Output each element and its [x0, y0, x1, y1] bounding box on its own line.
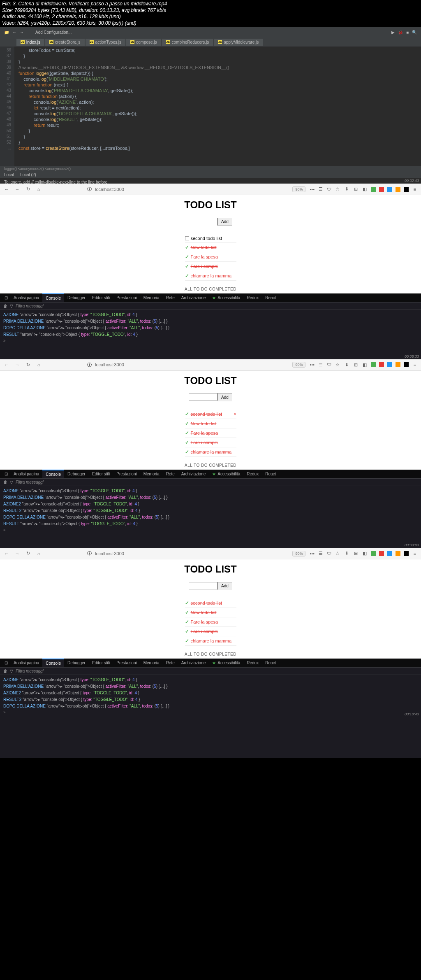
ext-orange-icon[interactable] — [396, 187, 400, 192]
devtools-tab-editor-stili[interactable]: Editor stili — [89, 659, 113, 667]
tab-createstore[interactable]: JScreateStore.js — [45, 39, 85, 46]
tab-actiontypes[interactable]: JSactionTypes.js — [86, 39, 125, 46]
more-icon[interactable]: ••• — [310, 187, 315, 192]
info-icon[interactable]: ⓘ — [87, 550, 92, 556]
ext-black-icon[interactable] — [404, 362, 409, 367]
console-output[interactable]: AZIONE "arrow">▸ "console-obj">Object { … — [0, 675, 421, 717]
back-button[interactable]: ← — [3, 361, 10, 368]
info-icon[interactable]: ⓘ — [87, 186, 92, 192]
console-line[interactable]: DOPO DELLA AZIONE "arrow">▸ "console-obj… — [3, 703, 418, 710]
devtools-tab-archiviazione[interactable]: Archiviazione — [178, 294, 209, 302]
sidebar-icon[interactable]: ◧ — [362, 186, 368, 192]
add-button[interactable]: Add — [217, 582, 232, 590]
devtools-tab-archiviazione[interactable]: Archiviazione — [178, 659, 209, 667]
todo-item[interactable]: ✓second todo list — [185, 598, 236, 608]
tab-combinereducers[interactable]: JScombineReducers.js — [162, 39, 213, 46]
todo-item[interactable]: ✓chiamare la mamma — [185, 271, 236, 281]
ext-red-icon[interactable] — [379, 187, 384, 192]
inspect-icon[interactable]: ⊡ — [2, 296, 10, 300]
devtools-tab-debugger[interactable]: Debugger — [64, 470, 89, 478]
todo-item[interactable]: ✓Fare la spesa — [185, 252, 236, 262]
back-icon[interactable]: ← — [12, 30, 16, 35]
terminal-tab-local[interactable]: Local — [4, 172, 14, 177]
search-icon[interactable]: 🔍 — [412, 30, 417, 35]
todo-item[interactable]: ✓New todo list — [185, 243, 236, 252]
todo-item[interactable]: ✓chiamare la mamma — [185, 636, 236, 646]
devtools-tab-analisi-pagina[interactable]: Analisi pagina — [10, 294, 42, 302]
todo-input[interactable] — [189, 218, 217, 225]
more-icon[interactable]: ••• — [310, 551, 315, 556]
folder-icon[interactable]: 📁 — [4, 30, 9, 35]
reader-icon[interactable]: ☰ — [319, 186, 323, 192]
shield-icon[interactable]: 🛡 — [327, 187, 331, 192]
url-field[interactable]: localhost:3000 — [95, 551, 124, 556]
console-line[interactable]: DOPO DELLA AZIONE "arrow">▸ "console-obj… — [3, 325, 418, 331]
zoom-badge[interactable]: 90% — [292, 551, 305, 556]
sidebar-icon[interactable]: ◧ — [362, 551, 368, 556]
home-button[interactable]: ⌂ — [35, 361, 42, 368]
reload-button[interactable]: ↻ — [25, 186, 31, 193]
todo-item[interactable]: ✓Fare i compiti — [185, 262, 236, 271]
todo-item[interactable]: ✓chiamare la mamma — [185, 447, 236, 457]
console-line[interactable]: AZIONE "arrow">▸ "console-obj">Object { … — [3, 677, 418, 683]
devtools-tab-rete[interactable]: Rete — [163, 659, 178, 667]
funnel-icon[interactable]: ▽ — [10, 480, 13, 484]
menu-icon[interactable]: ≡ — [412, 362, 418, 368]
run-icon[interactable]: ▶ — [391, 30, 395, 35]
console-line[interactable]: AZIONE2 "arrow">▸ "console-obj">Object {… — [3, 501, 418, 507]
devtools-tab-accessibilità[interactable]: ★ Accessibilità — [209, 294, 243, 302]
todo-item[interactable]: ✓second todo list× — [185, 410, 236, 419]
star-icon[interactable]: ☆ — [335, 362, 340, 368]
star-icon[interactable]: ☆ — [335, 551, 340, 556]
code-area[interactable]: storeTodos = currState; }}// window.__RE… — [14, 47, 421, 166]
library-icon[interactable]: ⊞ — [353, 362, 359, 368]
console-line[interactable]: AZIONE2 "arrow">▸ "console-obj">Object {… — [3, 690, 418, 696]
devtools-tab-react[interactable]: React — [262, 659, 279, 667]
ext-blue-icon[interactable] — [387, 187, 392, 192]
filter-input[interactable]: Filtra messaggi — [16, 480, 44, 484]
console-line[interactable]: AZIONE "arrow">▸ "console-obj">Object { … — [3, 312, 418, 318]
more-icon[interactable]: ••• — [310, 362, 315, 367]
todo-input[interactable] — [189, 393, 217, 400]
devtools-tab-redux[interactable]: Redux — [243, 294, 262, 302]
inspect-icon[interactable]: ⊡ — [2, 661, 10, 665]
reader-icon[interactable]: ☰ — [319, 362, 323, 368]
menu-icon[interactable]: ≡ — [412, 186, 418, 192]
console-line[interactable]: DOPO DELLA AZIONE "arrow">▸ "console-obj… — [3, 514, 418, 521]
devtools-tab-analisi-pagina[interactable]: Analisi pagina — [10, 659, 42, 667]
console-output[interactable]: AZIONE "arrow">▸ "console-obj">Object { … — [0, 486, 421, 548]
devtools-tab-prestazioni[interactable]: Prestazioni — [113, 294, 140, 302]
add-button[interactable]: Add — [217, 393, 232, 401]
code-editor[interactable]: 3637383940414243444546474849505152... st… — [0, 47, 421, 166]
todo-item[interactable]: second todo list — [185, 234, 236, 243]
forward-button[interactable]: → — [14, 361, 21, 368]
info-icon[interactable]: ⓘ — [87, 362, 92, 368]
trash-icon[interactable]: 🗑 — [3, 480, 7, 484]
debug-icon[interactable]: 🐞 — [398, 30, 403, 35]
forward-button[interactable]: → — [14, 186, 21, 193]
todo-input[interactable] — [189, 582, 217, 589]
todo-item[interactable]: ✓Fare i compiti — [185, 438, 236, 447]
tab-applymiddleware[interactable]: JSapplyMiddleware.js — [214, 39, 263, 46]
trash-icon[interactable]: 🗑 — [3, 304, 7, 308]
devtools-tab-rete[interactable]: Rete — [163, 294, 178, 302]
add-button[interactable]: Add — [217, 218, 232, 226]
funnel-icon[interactable]: ▽ — [10, 669, 13, 673]
url-field[interactable]: localhost:3000 — [95, 187, 124, 192]
filter-input[interactable]: Filtra messaggi — [16, 669, 44, 673]
star-icon[interactable]: ☆ — [335, 186, 340, 192]
console-line[interactable]: AZIONE "arrow">▸ "console-obj">Object { … — [3, 488, 418, 494]
console-line[interactable]: RESULT2 "arrow">▸ "console-obj">Object {… — [3, 696, 418, 703]
ext-black-icon[interactable] — [404, 187, 409, 192]
checkbox-icon[interactable] — [185, 236, 189, 240]
menu-icon[interactable]: ≡ — [412, 551, 418, 556]
forward-icon[interactable]: → — [20, 30, 24, 35]
zoom-badge[interactable]: 90% — [292, 186, 305, 192]
console-line[interactable]: PRIMA DELL'AZIONE "arrow">▸ "console-obj… — [3, 494, 418, 501]
reload-button[interactable]: ↻ — [25, 550, 31, 557]
console-line[interactable]: RESULT "arrow">▸ "console-obj">Object { … — [3, 331, 418, 338]
ext-orange-icon[interactable] — [396, 362, 400, 367]
back-button[interactable]: ← — [3, 550, 10, 557]
ext-black-icon[interactable] — [404, 551, 409, 556]
console-line[interactable]: PRIMA DELL'AZIONE "arrow">▸ "console-obj… — [3, 683, 418, 690]
